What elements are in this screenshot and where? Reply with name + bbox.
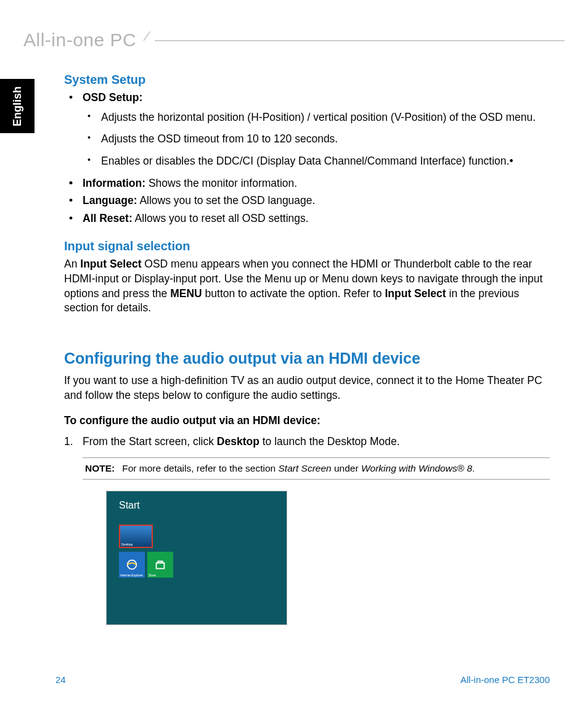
tile-desktop: [119, 525, 153, 548]
configure-steps: 1. From the Start screen, click Desktop …: [64, 435, 550, 449]
page-content: System Setup OSD Setup: Adjusts the hori…: [64, 73, 550, 625]
text: button to activate the option. Refer to: [202, 287, 385, 300]
store-icon: [153, 558, 167, 571]
language-label: Language:: [83, 194, 137, 207]
text-bold: MENU: [170, 287, 202, 300]
heading-configuring-audio: Configuring the audio output via an HDMI…: [64, 350, 550, 367]
heading-input-signal: Input signal selection: [64, 239, 550, 253]
text-italic: Start Screen: [279, 463, 332, 473]
osd-setup-label: OSD Setup:: [83, 91, 142, 104]
page-footer: 24 All-in-one PC ET2300: [55, 674, 550, 685]
system-setup-list: OSD Setup: Adjusts the horizontal positi…: [64, 91, 550, 226]
header-divider-slash: [144, 31, 155, 49]
list-item: Adjusts the horizontal position (H-Posit…: [83, 110, 550, 125]
ie-icon: [125, 558, 139, 571]
text: For more details, refer to the section: [122, 463, 278, 473]
tile-caption: Internet Explorer: [120, 573, 143, 577]
text: An: [64, 258, 80, 270]
information-label: Information:: [83, 177, 145, 189]
tile-store: Store: [147, 552, 173, 578]
text-italic: Working with Windows® 8: [361, 463, 472, 473]
tile-internet-explorer: Internet Explorer: [119, 552, 145, 578]
text-bold: Input Select: [385, 287, 446, 300]
text: .: [472, 463, 475, 473]
step-1: 1. From the Start screen, click Desktop …: [64, 435, 550, 449]
language-text: Allows you to set the OSD language.: [137, 194, 315, 207]
list-item: Enables or disables the DDC/CI (Display …: [83, 154, 550, 169]
configuring-intro: If you want to use a high-definition TV …: [64, 374, 550, 403]
note-box: NOTE:For more details, refer to the sect…: [83, 457, 550, 480]
list-item: Information: Shows the monitor informati…: [64, 176, 550, 191]
heading-system-setup: System Setup: [64, 73, 550, 87]
list-item: OSD Setup: Adjusts the horizontal positi…: [64, 91, 550, 169]
windows-start-screenshot: Start Internet Explorer Store: [106, 491, 287, 625]
header-divider-line: [155, 40, 565, 41]
step-number: 1.: [64, 435, 73, 449]
information-text: Shows the monitor information.: [145, 177, 297, 189]
start-label: Start: [119, 500, 140, 511]
tile-caption: Store: [149, 573, 156, 577]
configure-subheading: To configure the audio output via an HDM…: [64, 414, 550, 428]
language-tab: English: [0, 79, 35, 133]
osd-sub-list: Adjusts the horizontal position (H-Posit…: [83, 110, 550, 169]
input-signal-paragraph: An Input Select OSD menu appears when yo…: [64, 257, 550, 316]
text: under: [332, 463, 361, 473]
svg-point-0: [128, 560, 137, 570]
list-item: Language: Allows you to set the OSD lang…: [64, 194, 550, 208]
page-header: All-in-one PC: [23, 30, 565, 51]
list-item: Adjusts the OSD timeout from 10 to 120 s…: [83, 132, 550, 147]
header-title: All-in-one PC: [23, 30, 144, 51]
all-reset-text: Allows you to reset all OSD settings.: [133, 212, 309, 224]
text-bold: Desktop: [217, 435, 259, 448]
footer-model: All-in-one PC ET2300: [460, 674, 550, 685]
text-bold: Input Select: [80, 258, 141, 270]
all-reset-label: All Reset:: [83, 212, 133, 224]
text: From the Start screen, click: [83, 435, 217, 448]
page-number: 24: [55, 674, 66, 685]
note-label: NOTE:: [85, 463, 115, 473]
text: to launch the Desktop Mode.: [259, 435, 400, 448]
list-item: All Reset: Allows you to reset all OSD s…: [64, 211, 550, 226]
